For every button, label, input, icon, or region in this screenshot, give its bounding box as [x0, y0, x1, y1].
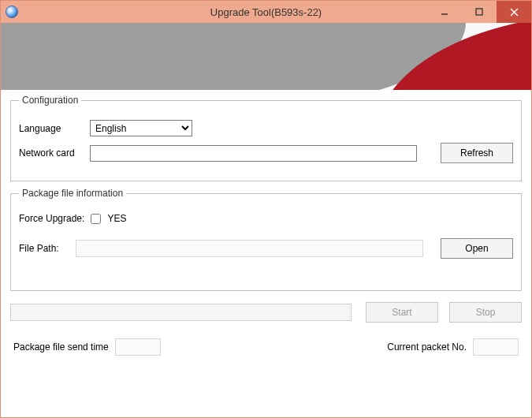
minimize-icon	[441, 8, 448, 16]
send-time-field[interactable]	[115, 338, 161, 356]
file-path-label: File Path:	[19, 243, 69, 254]
file-path-input[interactable]	[76, 240, 423, 257]
force-upgrade-row: Force Upgrade: YES	[19, 213, 513, 224]
close-icon	[510, 8, 519, 17]
maximize-icon	[475, 8, 483, 16]
titlebar: Upgrade Tool(B593s-22)	[1, 1, 531, 23]
packet-no-field[interactable]	[473, 338, 519, 356]
svg-rect-1	[476, 9, 482, 15]
packet-no-label: Current packet No.	[387, 341, 467, 353]
force-upgrade-checkbox[interactable]	[91, 214, 101, 224]
yes-label: YES	[107, 213, 126, 224]
configuration-legend: Configuration	[19, 95, 81, 106]
force-upgrade-label: Force Upgrade:	[19, 213, 84, 224]
stop-button[interactable]: Stop	[449, 302, 522, 323]
footer-row: Package file send time Current packet No…	[10, 338, 522, 359]
app-icon	[6, 6, 18, 18]
app-window: Upgrade Tool(B593s-22) Configuration Lan…	[0, 0, 532, 418]
window-title: Upgrade Tool(B593s-22)	[210, 6, 322, 18]
language-row: Language English	[19, 120, 513, 136]
maximize-button[interactable]	[462, 1, 497, 23]
language-select[interactable]: English	[90, 120, 192, 136]
network-label: Network card	[19, 147, 84, 159]
configuration-group: Configuration Language English Network c…	[10, 95, 522, 181]
network-card-select[interactable]: HUAWEI Mobile Connect - 3G Network Card …	[90, 145, 417, 162]
content-area: Configuration Language English Network c…	[1, 90, 531, 417]
package-info-legend: Package file information	[19, 188, 126, 199]
language-label: Language	[19, 123, 84, 134]
send-time-label: Package file send time	[13, 341, 109, 353]
banner	[1, 23, 531, 90]
progress-bar	[10, 304, 352, 321]
open-button[interactable]: Open	[441, 238, 513, 259]
refresh-button[interactable]: Refresh	[441, 143, 513, 163]
window-controls	[427, 1, 531, 23]
file-path-row: File Path: Open	[19, 238, 513, 259]
progress-row: Start Stop	[10, 302, 522, 323]
network-row: Network card HUAWEI Mobile Connect - 3G …	[19, 143, 513, 163]
banner-gray-shape	[1, 23, 466, 90]
start-button[interactable]: Start	[366, 302, 438, 323]
package-info-group: Package file information Force Upgrade: …	[10, 188, 522, 291]
close-button[interactable]	[497, 1, 531, 23]
minimize-button[interactable]	[427, 1, 462, 23]
